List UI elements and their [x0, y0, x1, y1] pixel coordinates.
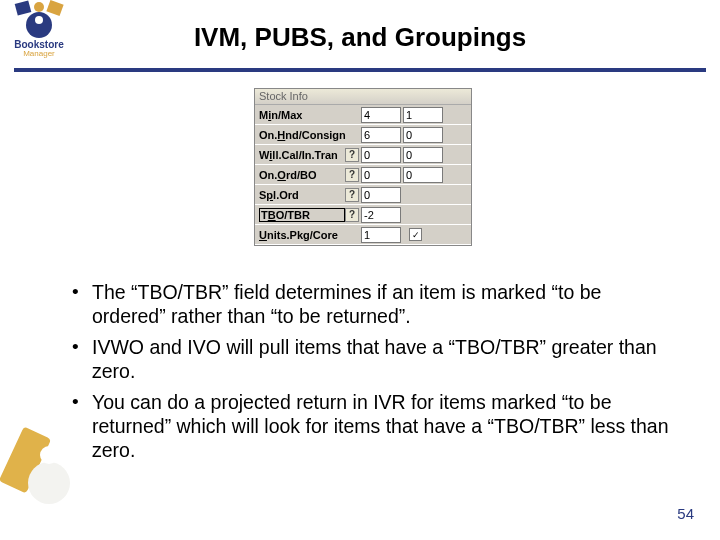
field-label: Will.Cal/In.Tran — [259, 149, 345, 161]
help-button[interactable]: ? — [345, 148, 359, 162]
row-onord-bo: On.Ord/BO ? 0 0 — [255, 165, 471, 185]
row-unitspkg-core: Units.Pkg/Core 1 ✓ — [255, 225, 471, 245]
core-checkbox[interactable]: ✓ — [409, 228, 422, 241]
splord-input[interactable]: 0 — [361, 187, 401, 203]
slide-title: IVM, PUBS, and Groupings — [0, 22, 720, 53]
page-number: 54 — [677, 505, 694, 522]
panel-header: Stock Info — [255, 89, 471, 105]
bo-input[interactable]: 0 — [403, 167, 443, 183]
intran-input[interactable]: 0 — [403, 147, 443, 163]
field-label: Units.Pkg/Core — [259, 229, 345, 241]
bullet-item: You can do a projected return in IVR for… — [70, 390, 670, 463]
onord-input[interactable]: 0 — [361, 167, 401, 183]
unitspkg-input[interactable]: 1 — [361, 227, 401, 243]
stock-info-panel: Stock Info Min/Max 4 1 On.Hnd/Consign 6 … — [254, 88, 472, 246]
help-button[interactable]: ? — [345, 188, 359, 202]
help-button[interactable]: ? — [345, 208, 359, 222]
bullet-list: The “TBO/TBR” field determines if an ite… — [70, 280, 670, 469]
tbo-tbr-input[interactable]: -2 — [361, 207, 401, 223]
onhand-input[interactable]: 6 — [361, 127, 401, 143]
row-splord: Spl.Ord ? 0 — [255, 185, 471, 205]
willcal-input[interactable]: 0 — [361, 147, 401, 163]
bullet-item: IVWO and IVO will pull items that have a… — [70, 335, 670, 384]
field-label: TBO/TBR — [259, 208, 345, 222]
book-icon — [15, 0, 32, 15]
field-label: On.Ord/BO — [259, 169, 345, 181]
row-willcal-intran: Will.Cal/In.Tran ? 0 0 — [255, 145, 471, 165]
min-input[interactable]: 4 — [361, 107, 401, 123]
title-underline — [14, 68, 706, 72]
row-tbo-tbr: TBO/TBR ? -2 — [255, 205, 471, 225]
field-label: Min/Max — [259, 109, 345, 121]
corner-shape — [28, 462, 70, 504]
consign-input[interactable]: 0 — [403, 127, 443, 143]
bullet-item: The “TBO/TBR” field determines if an ite… — [70, 280, 670, 329]
book-icon — [46, 0, 63, 16]
ball-icon — [34, 2, 44, 12]
field-label: Spl.Ord — [259, 189, 345, 201]
row-onhand-consign: On.Hnd/Consign 6 0 — [255, 125, 471, 145]
help-button[interactable]: ? — [345, 168, 359, 182]
field-label: On.Hnd/Consign — [259, 129, 345, 141]
corner-shape — [40, 446, 58, 464]
max-input[interactable]: 1 — [403, 107, 443, 123]
row-min-max: Min/Max 4 1 — [255, 105, 471, 125]
